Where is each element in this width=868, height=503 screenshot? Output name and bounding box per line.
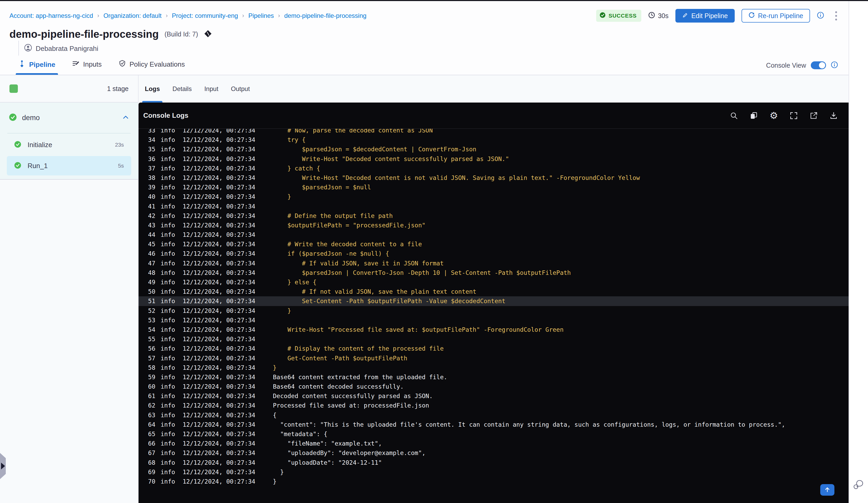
log-message: "content": "This is the uploaded file's …	[273, 420, 849, 429]
log-timestamp: 12/12/2024, 00:27:34	[183, 420, 270, 429]
log-timestamp: 12/12/2024, 00:27:34	[183, 429, 270, 439]
log-line-number: 51	[143, 296, 155, 306]
step-run-1[interactable]: Run_1 5s	[7, 156, 131, 176]
log-message: Processed file saved at: processedFile.j…	[273, 401, 849, 410]
log-message: Decoded content successfully parsed as J…	[273, 391, 849, 401]
log-line-number: 60	[143, 382, 155, 391]
info-icon[interactable]	[817, 12, 824, 20]
search-icon[interactable]	[730, 111, 738, 120]
log-viewport[interactable]: 33info12/12/2024, 00:27:34 # Now, parse …	[138, 129, 849, 503]
title-row: demo-pipeline-file-processing (Build Id:…	[0, 23, 849, 40]
log-row: 45info12/12/2024, 00:27:34 # Write the d…	[138, 239, 849, 249]
log-row: 37info12/12/2024, 00:27:34 } catch {	[138, 164, 849, 173]
log-level: info	[161, 154, 176, 164]
log-timestamp: 12/12/2024, 00:27:34	[183, 410, 270, 420]
main-column: Account: app-harness-ng-cicd›Organizatio…	[0, 1, 849, 503]
log-row: 70info12/12/2024, 00:27:34}	[138, 477, 849, 486]
log-message: } else {	[273, 277, 849, 287]
tab-output[interactable]: Output	[231, 75, 250, 103]
log-message: "fileName": "example.txt",	[273, 439, 849, 448]
log-row: 58info12/12/2024, 00:27:34}	[138, 363, 849, 373]
log-timestamp: 12/12/2024, 00:27:34	[183, 211, 270, 221]
log-line-number: 35	[143, 145, 155, 154]
log-row: 35info12/12/2024, 00:27:34 $parsedJson =…	[138, 145, 849, 154]
tab-inputs[interactable]: Inputs	[72, 60, 102, 75]
log-timestamp: 12/12/2024, 00:27:34	[183, 334, 270, 344]
build-id: (Build Id: 7)	[165, 30, 198, 38]
pencil-icon	[682, 12, 688, 20]
breadcrumb-item[interactable]: Account: app-harness-ng-cicd	[9, 12, 93, 19]
log-row: 60info12/12/2024, 00:27:34Base64 content…	[138, 382, 849, 391]
log-message: {	[273, 410, 849, 420]
log-message: Base64 content extracted from the upload…	[273, 373, 849, 382]
log-timestamp: 12/12/2024, 00:27:34	[183, 173, 270, 182]
console-view-toggle[interactable]	[811, 61, 826, 69]
open-in-new-icon[interactable]	[809, 111, 818, 120]
rerun-pipeline-label: Re-run Pipeline	[758, 12, 803, 20]
scroll-to-top-button[interactable]	[820, 484, 834, 496]
log-level: info	[161, 164, 176, 173]
log-timestamp: 12/12/2024, 00:27:34	[183, 373, 270, 382]
step-initialize[interactable]: Initialize 23s	[7, 135, 131, 155]
tab-details[interactable]: Details	[172, 75, 192, 103]
breadcrumb-item[interactable]: demo-pipeline-file-processing	[284, 12, 366, 19]
log-message: Write-Host "Decoded content is not valid…	[273, 173, 849, 182]
console-view-info-icon[interactable]	[831, 61, 838, 70]
edit-pipeline-button[interactable]: Edit Pipeline	[675, 9, 735, 23]
log-message: Write-Host "Processed file saved at: $ou…	[273, 325, 849, 334]
breadcrumb-item[interactable]: Pipelines	[248, 12, 274, 19]
log-timestamp: 12/12/2024, 00:27:34	[183, 458, 270, 467]
help-chat-icon[interactable]	[853, 479, 864, 491]
stage-group-header[interactable]: demo	[0, 103, 138, 133]
log-timestamp: 12/12/2024, 00:27:34	[183, 448, 270, 458]
log-line-number: 50	[143, 287, 155, 296]
tab-input[interactable]: Input	[204, 75, 218, 103]
log-row: 53info12/12/2024, 00:27:34	[138, 315, 849, 325]
tab-inputs-label: Inputs	[83, 60, 102, 69]
main-tabs: Pipeline Inputs Policy Evaluations Conso…	[0, 55, 849, 75]
log-line-number: 39	[143, 182, 155, 192]
rerun-pipeline-button[interactable]: Re-run Pipeline	[742, 9, 810, 23]
log-level: info	[161, 173, 176, 182]
log-timestamp: 12/12/2024, 00:27:34	[183, 315, 270, 325]
tab-policy-evaluations[interactable]: Policy Evaluations	[118, 60, 185, 75]
tab-logs[interactable]: Logs	[145, 75, 160, 103]
log-level: info	[161, 458, 176, 467]
chevron-up-icon[interactable]	[122, 114, 129, 121]
log-row: 69info12/12/2024, 00:27:34 }	[138, 467, 849, 477]
log-line-number: 57	[143, 354, 155, 363]
log-timestamp: 12/12/2024, 00:27:34	[183, 239, 270, 249]
log-row: 62info12/12/2024, 00:27:34Processed file…	[138, 401, 849, 410]
log-line-number: 34	[143, 135, 155, 145]
breadcrumb-item[interactable]: Project: community-eng	[172, 12, 238, 19]
log-level: info	[161, 401, 176, 410]
log-level: info	[161, 211, 176, 221]
log-level: info	[161, 391, 176, 401]
log-row: 51info12/12/2024, 00:27:34 Set-Content -…	[138, 296, 849, 306]
fullscreen-icon[interactable]	[789, 111, 798, 120]
log-level: info	[161, 429, 176, 439]
log-row: 63info12/12/2024, 00:27:34{	[138, 410, 849, 420]
log-message: $parsedJson = $null	[273, 182, 849, 192]
log-line-number: 47	[143, 259, 155, 268]
console-toolbar: ⚙	[730, 111, 838, 120]
breadcrumb-item[interactable]: Organization: default	[103, 12, 162, 19]
step-duration: 23s	[115, 142, 124, 148]
log-level: info	[161, 239, 176, 249]
log-message: }	[273, 467, 849, 477]
log-line-number: 68	[143, 458, 155, 467]
more-options-menu[interactable]	[833, 10, 840, 22]
stage-status-square	[9, 84, 18, 93]
log-row: 61info12/12/2024, 00:27:34Decoded conten…	[138, 391, 849, 401]
settings-icon[interactable]: ⚙	[769, 111, 778, 120]
success-check-icon	[14, 162, 21, 170]
copy-icon[interactable]	[750, 111, 758, 120]
tab-pipeline[interactable]: Pipeline	[18, 60, 55, 75]
duration: 30s	[648, 12, 668, 20]
download-icon[interactable]	[829, 111, 838, 120]
log-message: try {	[273, 135, 849, 145]
log-level: info	[161, 382, 176, 391]
log-message: if ($parsedJson -ne $null) {	[273, 249, 849, 258]
log-row: 49info12/12/2024, 00:27:34 } else {	[138, 277, 849, 287]
log-level: info	[161, 439, 176, 448]
